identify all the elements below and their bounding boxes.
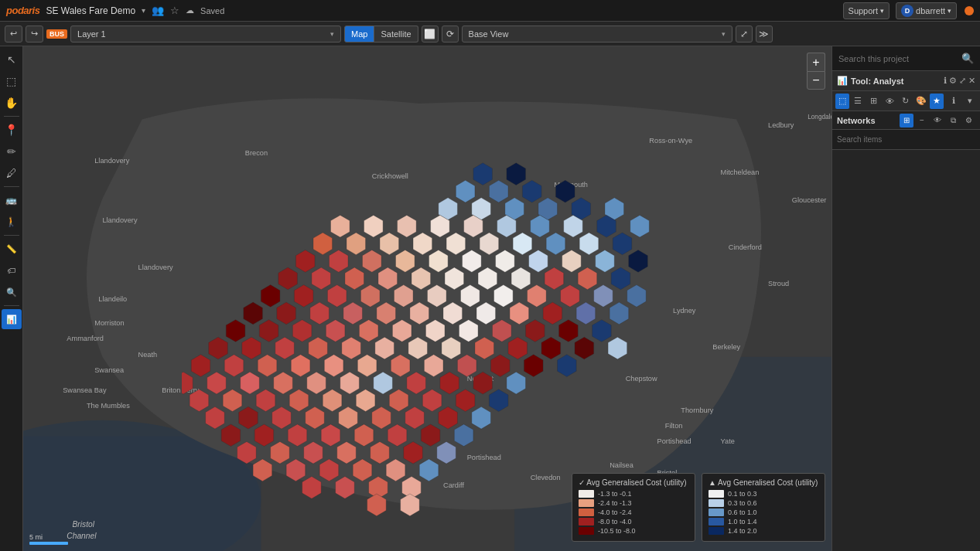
- svg-text:Bristol: Bristol: [73, 520, 95, 529]
- legend-item: -8.0 to -4.0: [579, 518, 688, 525]
- info2-icon-btn[interactable]: ℹ: [947, 94, 961, 109]
- svg-text:Chepstow: Chepstow: [626, 375, 657, 383]
- undo-button[interactable]: ↩: [5, 26, 22, 43]
- search-icon[interactable]: 🔍: [961, 53, 974, 64]
- network-eye-icon[interactable]: 👁: [930, 114, 944, 128]
- legend-item: 0.3 to 0.6: [709, 499, 818, 507]
- tool-select[interactable]: ⬚: [2, 71, 22, 91]
- sidebar-divider-1: [4, 116, 19, 117]
- tool-draw[interactable]: ✏: [2, 141, 22, 162]
- legend-negative: ✓ Avg Generalised Cost (utility) -1.3 to…: [572, 473, 695, 542]
- saved-label: Saved: [200, 6, 224, 15]
- tool-bus[interactable]: 🚌: [2, 190, 22, 210]
- rotate-icon-btn[interactable]: ↻: [898, 94, 912, 109]
- chart-icon: 📊: [6, 315, 17, 325]
- refresh-button[interactable]: ⟳: [442, 26, 459, 43]
- palette-icon-btn[interactable]: 🎨: [914, 94, 928, 109]
- network-add-icon[interactable]: ⊞: [900, 114, 913, 128]
- layer-dropdown[interactable]: Layer 1 ▾: [70, 26, 341, 43]
- legend-item: 1.4 to 2.0: [709, 527, 818, 535]
- zoom-out-button[interactable]: −: [807, 71, 825, 90]
- svg-text:Lydney: Lydney: [673, 307, 696, 315]
- legend-swatch: [709, 490, 724, 498]
- networks-search-input[interactable]: [837, 135, 975, 144]
- tool-analyst-title: Tool: Analyst: [851, 77, 941, 86]
- map-legend: ✓ Avg Generalised Cost (utility) -1.3 to…: [572, 473, 825, 542]
- layers-icon-btn[interactable]: ⬚: [835, 94, 849, 109]
- svg-text:Crickhowell: Crickhowell: [372, 172, 408, 180]
- toolbar: ↩ ↪ BUS Layer 1 ▾ Map Satellite ⬜ ⟳ Base…: [0, 22, 980, 46]
- tool-pin[interactable]: 📍: [2, 120, 22, 140]
- legend-item: 0.1 to 0.3: [709, 490, 818, 498]
- star-icon-btn[interactable]: ★: [930, 94, 944, 109]
- logo: podaris: [6, 5, 39, 16]
- network-remove-icon[interactable]: −: [915, 114, 929, 128]
- map-button[interactable]: Map: [344, 26, 374, 43]
- support-label: Support: [849, 6, 879, 15]
- map-area[interactable]: Llandovery Brecon Crickhowell Monmouth R…: [23, 46, 831, 551]
- forward-button[interactable]: ≫: [756, 26, 773, 43]
- tool-search[interactable]: 🔍: [2, 282, 22, 302]
- svg-text:Llandovery: Llandovery: [138, 264, 173, 271]
- bar-chart-icon: 📊: [837, 76, 848, 86]
- svg-text:Ammanford: Ammanford: [67, 335, 104, 342]
- redo-button[interactable]: ↪: [26, 26, 43, 43]
- right-panel: 🔍 📊 Tool: Analyst ℹ ⚙ ⤢ ✕ ⬚ ☰ ⊞ 👁 ↻ 🎨 ★ …: [831, 46, 980, 551]
- tool-tag[interactable]: 🏷: [2, 260, 22, 281]
- networks-search: [832, 130, 980, 150]
- search-icon: 🔍: [6, 287, 17, 298]
- tool-cursor[interactable]: ↖: [2, 49, 22, 70]
- cloud-icon: ☁: [186, 5, 194, 15]
- tool-hand[interactable]: ✋: [2, 93, 22, 113]
- close-panel-icon[interactable]: ✕: [968, 76, 975, 86]
- expand-button[interactable]: ⤢: [736, 26, 753, 43]
- notification-dot[interactable]: [965, 6, 974, 15]
- legend-item: -1.3 to -0.1: [579, 490, 688, 498]
- legend-positive-title: ▲ Avg Generalised Cost (utility): [709, 478, 818, 487]
- expand-icon: ⤢: [740, 29, 748, 39]
- settings-icon[interactable]: ⚙: [949, 76, 957, 86]
- user-button[interactable]: D dbarrett ▾: [896, 2, 957, 19]
- svg-text:Stroud: Stroud: [768, 280, 789, 287]
- svg-text:Ross-on-Wye: Ross-on-Wye: [649, 137, 692, 145]
- tool-walk[interactable]: 🚶: [2, 212, 22, 232]
- expand-panel-icon[interactable]: ⤢: [959, 76, 966, 86]
- legend-swatch: [579, 499, 594, 507]
- tool-measure[interactable]: 📏: [2, 239, 22, 259]
- baseview-arrow-icon: ▾: [722, 30, 726, 38]
- satellite-button[interactable]: Satellite: [374, 26, 418, 43]
- project-arrow-icon[interactable]: ▾: [142, 6, 145, 15]
- list-icon-btn[interactable]: ☰: [851, 94, 865, 109]
- svg-text:The Mumbles: The Mumbles: [87, 402, 130, 410]
- tool-chart[interactable]: 📊: [2, 309, 22, 329]
- user-arrow-icon: ▾: [948, 7, 951, 15]
- eye-icon-btn[interactable]: 👁: [883, 94, 896, 109]
- project-name-label[interactable]: SE Wales Fare Demo: [46, 5, 135, 16]
- legend-swatch: [709, 508, 724, 516]
- svg-text:Yate: Yate: [721, 437, 735, 445]
- layer-arrow-icon: ▾: [330, 30, 334, 38]
- sidebar-divider-3: [4, 235, 19, 236]
- tool-pen[interactable]: 🖊: [2, 163, 22, 183]
- bus-icon: 🚌: [5, 195, 17, 206]
- monitor-button[interactable]: ⬜: [422, 26, 439, 43]
- network-settings-icon[interactable]: ⚙: [961, 114, 975, 128]
- star-icon[interactable]: ☆: [170, 5, 179, 16]
- networks-section-header: Networks ⊞ − 👁 ⧉ ⚙: [832, 111, 980, 130]
- zoom-in-button[interactable]: +: [807, 53, 825, 71]
- network-copy-icon[interactable]: ⧉: [946, 114, 960, 128]
- info-icon[interactable]: ℹ: [944, 76, 947, 86]
- chevron-icon-btn[interactable]: ▾: [963, 94, 977, 109]
- tool-analyst-header: 📊 Tool: Analyst ℹ ⚙ ⤢ ✕: [832, 71, 980, 91]
- svg-text:Nailsea: Nailsea: [610, 461, 634, 469]
- bus-badge: BUS: [46, 29, 67, 39]
- support-button[interactable]: Support ▾: [843, 2, 890, 19]
- grid-icon-btn[interactable]: ⊞: [867, 94, 881, 109]
- svg-text:Portishead: Portishead: [657, 437, 691, 445]
- svg-text:Mitcheldean: Mitcheldean: [721, 168, 760, 176]
- people-icon[interactable]: 👥: [152, 5, 164, 16]
- baseview-dropdown[interactable]: Base View ▾: [462, 26, 732, 43]
- pin-icon: 📍: [5, 124, 18, 136]
- support-arrow-icon: ▾: [880, 7, 884, 15]
- search-input[interactable]: [838, 54, 957, 63]
